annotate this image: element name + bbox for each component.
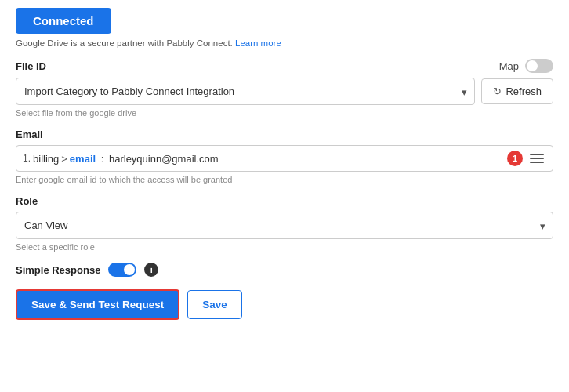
- connected-button[interactable]: Connected: [16, 8, 111, 34]
- email-label: Email: [16, 129, 43, 140]
- map-toggle-row: Map: [499, 59, 553, 73]
- email-key: email: [70, 153, 96, 165]
- email-step-num: 1.: [23, 153, 31, 164]
- email-colon: :: [98, 153, 107, 165]
- role-select[interactable]: Can View: [16, 212, 553, 239]
- role-select-wrapper: Can View: [16, 212, 553, 239]
- simple-response-toggle[interactable]: [108, 263, 136, 277]
- email-section: Email 1. billing > email : harleyquinn@g…: [16, 129, 553, 184]
- save-button[interactable]: Save: [187, 290, 242, 319]
- email-hint: Enter google email id to which the acces…: [16, 175, 553, 184]
- simple-response-label: Simple Response: [16, 264, 100, 276]
- simple-response-row: Simple Response i: [16, 263, 553, 277]
- file-id-section: File ID Map Import Category to Pabbly Co…: [16, 59, 553, 118]
- role-section: Role Can View Select a specific role: [16, 195, 553, 252]
- email-path1: billing: [33, 153, 59, 165]
- refresh-button[interactable]: ↻ Refresh: [481, 78, 553, 104]
- email-icons: 1: [507, 151, 546, 166]
- file-id-select[interactable]: Import Category to Pabbly Connect Integr…: [16, 78, 475, 105]
- role-hint: Select a specific role: [16, 242, 553, 252]
- email-tag: 1. billing > email : harleyquinn@gmail.c…: [23, 153, 219, 165]
- info-text: Google Drive is a secure partner with Pa…: [16, 38, 553, 48]
- action-row: Save & Send Test Request Save: [16, 289, 553, 320]
- map-toggle[interactable]: [525, 59, 553, 73]
- save-send-button[interactable]: Save & Send Test Request: [16, 289, 179, 320]
- file-id-label: File ID: [16, 60, 46, 72]
- role-label: Role: [16, 195, 38, 207]
- email-arrow: >: [61, 153, 67, 165]
- email-badge: 1: [507, 151, 523, 166]
- simple-response-toggle-slider: [108, 263, 136, 277]
- map-label: Map: [499, 60, 519, 72]
- refresh-label: Refresh: [506, 85, 542, 97]
- file-id-select-wrapper: Import Category to Pabbly Connect Integr…: [16, 78, 475, 105]
- refresh-icon: ↻: [493, 85, 502, 97]
- email-menu-icon[interactable]: [527, 152, 546, 165]
- file-id-input-row: Import Category to Pabbly Connect Integr…: [16, 78, 553, 105]
- file-id-hint: Select file from the google drive: [16, 108, 553, 118]
- map-toggle-slider: [525, 59, 553, 73]
- learn-more-link[interactable]: Learn more: [235, 38, 281, 48]
- info-icon[interactable]: i: [144, 263, 158, 277]
- email-field[interactable]: 1. billing > email : harleyquinn@gmail.c…: [16, 145, 553, 172]
- email-value: harleyquinn@gmail.com: [109, 153, 219, 165]
